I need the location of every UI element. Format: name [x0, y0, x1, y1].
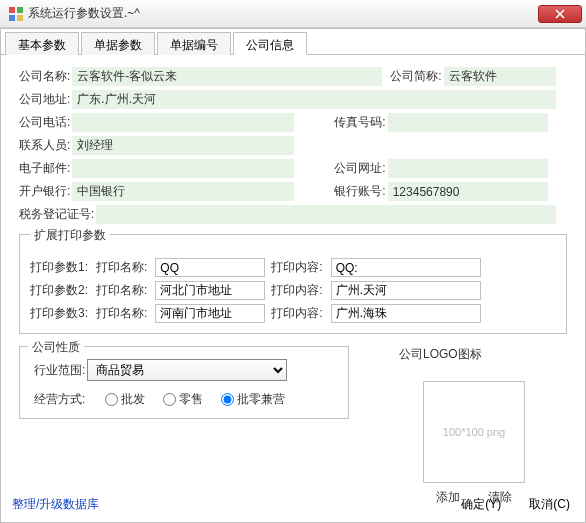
input-bank[interactable]	[72, 182, 294, 201]
svg-rect-1	[17, 7, 23, 13]
radio-retail[interactable]: 零售	[163, 391, 203, 408]
titlebar: 系统运行参数设置.~^	[0, 0, 586, 28]
input-company-addr[interactable]	[72, 90, 556, 109]
input-company-tel[interactable]	[72, 113, 294, 132]
label-print-content-2: 打印内容:	[271, 282, 322, 299]
tab-bill-number[interactable]: 单据编号	[157, 32, 231, 55]
label-company-short: 公司简称:	[390, 68, 441, 85]
radio-retail-label: 零售	[179, 391, 203, 408]
tab-content: 公司名称: 公司简称: 公司地址: 公司电话: 传真号码: 联系人员: 电子邮件…	[1, 55, 585, 427]
tab-company-info[interactable]: 公司信息	[233, 32, 307, 55]
close-icon	[555, 9, 565, 19]
label-logo: 公司LOGO图标	[399, 346, 549, 363]
label-industry: 行业范围:	[34, 362, 85, 379]
input-contact[interactable]	[72, 136, 294, 155]
input-tax-reg[interactable]	[96, 205, 556, 224]
svg-rect-2	[9, 15, 15, 21]
window-body: 基本参数 单据参数 单据编号 公司信息 公司名称: 公司简称: 公司地址: 公司…	[0, 28, 586, 523]
radio-wholesale[interactable]: 批发	[105, 391, 145, 408]
label-print-param3: 打印参数3:	[30, 305, 88, 322]
svg-rect-3	[17, 15, 23, 21]
tab-basic[interactable]: 基本参数	[5, 32, 79, 55]
bottom-bar: 整理/升级数据库 确定(Y) 取消(C)	[12, 496, 570, 513]
radio-retail-input[interactable]	[163, 393, 176, 406]
label-tax-reg: 税务登记证号:	[19, 206, 94, 223]
select-industry[interactable]: 商品贸易	[87, 359, 287, 381]
label-email: 电子邮件:	[19, 160, 70, 177]
input-company-name[interactable]	[72, 67, 382, 86]
legend-nature: 公司性质	[28, 339, 84, 356]
label-print-name-1: 打印名称:	[96, 259, 147, 276]
input-website[interactable]	[388, 159, 548, 178]
label-print-param1: 打印参数1:	[30, 259, 88, 276]
radio-wholesale-label: 批发	[121, 391, 145, 408]
logo-area: 公司LOGO图标 100*100 png 添加 清除	[399, 346, 549, 506]
label-print-content-3: 打印内容:	[271, 305, 322, 322]
label-bank: 开户银行:	[19, 183, 70, 200]
app-icon	[8, 6, 24, 22]
radio-wholesale-input[interactable]	[105, 393, 118, 406]
input-print-name-1[interactable]	[155, 258, 265, 277]
cancel-button[interactable]: 取消(C)	[529, 496, 570, 513]
input-print-content-1[interactable]	[331, 258, 481, 277]
input-print-content-3[interactable]	[331, 304, 481, 323]
svg-rect-0	[9, 7, 15, 13]
tab-bar: 基本参数 单据参数 单据编号 公司信息	[1, 29, 585, 55]
input-email[interactable]	[72, 159, 294, 178]
radio-both[interactable]: 批零兼营	[221, 391, 285, 408]
label-print-name-2: 打印名称:	[96, 282, 147, 299]
input-bank-acct[interactable]	[388, 182, 548, 201]
db-maintenance-link[interactable]: 整理/升级数据库	[12, 496, 99, 513]
label-mgmt: 经营方式:	[34, 391, 85, 408]
input-fax[interactable]	[388, 113, 548, 132]
label-fax: 传真号码:	[334, 114, 385, 131]
window-title: 系统运行参数设置.~^	[28, 5, 538, 22]
input-print-name-2[interactable]	[155, 281, 265, 300]
input-company-short[interactable]	[444, 67, 556, 86]
radio-both-label: 批零兼营	[237, 391, 285, 408]
input-print-name-3[interactable]	[155, 304, 265, 323]
legend-print: 扩展打印参数	[30, 227, 110, 244]
fieldset-print-params: 扩展打印参数 打印参数1: 打印名称: 打印内容: 打印参数2: 打印名称: 打…	[19, 234, 567, 334]
ok-button[interactable]: 确定(Y)	[461, 496, 501, 513]
label-website: 公司网址:	[334, 160, 385, 177]
label-print-name-3: 打印名称:	[96, 305, 147, 322]
label-bank-acct: 银行账号:	[334, 183, 385, 200]
label-contact: 联系人员:	[19, 137, 70, 154]
label-company-tel: 公司电话:	[19, 114, 70, 131]
label-company-addr: 公司地址:	[19, 91, 70, 108]
logo-preview[interactable]: 100*100 png	[423, 381, 525, 483]
label-print-param2: 打印参数2:	[30, 282, 88, 299]
label-print-content-1: 打印内容:	[271, 259, 322, 276]
tab-bill-params[interactable]: 单据参数	[81, 32, 155, 55]
radio-both-input[interactable]	[221, 393, 234, 406]
label-company-name: 公司名称:	[19, 68, 70, 85]
fieldset-company-nature: 公司性质 行业范围: 商品贸易 经营方式: 批发 零售	[19, 346, 349, 419]
logo-hint: 100*100 png	[443, 426, 505, 438]
close-button[interactable]	[538, 5, 582, 23]
input-print-content-2[interactable]	[331, 281, 481, 300]
